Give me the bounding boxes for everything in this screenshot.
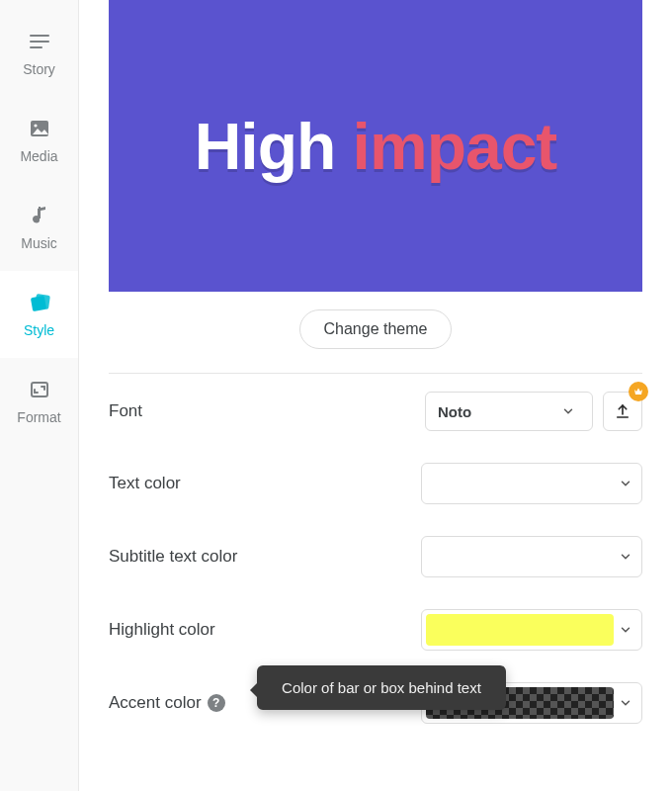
row-font: Font Noto: [109, 392, 642, 431]
sidebar-item-label: Story: [23, 61, 55, 77]
style-options: Font Noto Text color: [109, 392, 642, 724]
row-subtitle-color: Subtitle text color: [109, 536, 642, 577]
text-color-label: Text color: [109, 474, 181, 493]
sidebar-item-label: Media: [20, 148, 57, 164]
premium-badge: [629, 382, 648, 401]
upload-icon: [614, 402, 631, 420]
theme-preview: High impact: [109, 0, 642, 292]
preview-word-primary: High: [195, 110, 353, 183]
color-swatch: [426, 614, 614, 646]
sidebar: Story Media Music Style: [0, 0, 79, 791]
accent-color-label: Accent color ?: [109, 693, 225, 713]
style-icon: [28, 291, 51, 314]
divider: [109, 373, 642, 374]
sidebar-item-format[interactable]: Format: [0, 358, 78, 445]
chevron-down-icon: [614, 550, 637, 564]
color-swatch: [426, 468, 614, 499]
sidebar-item-label: Format: [17, 409, 60, 425]
tooltip: Color of bar or box behind text: [257, 665, 506, 710]
highlight-color-select[interactable]: [421, 609, 642, 651]
format-icon: [28, 378, 51, 401]
accent-color-label-text: Accent color: [109, 693, 202, 713]
sidebar-item-media[interactable]: Media: [0, 97, 78, 184]
sidebar-item-label: Style: [24, 322, 54, 338]
subtitle-color-select[interactable]: [421, 536, 642, 577]
chevron-down-icon: [556, 404, 580, 418]
text-color-select[interactable]: [421, 463, 642, 504]
music-icon: [28, 204, 51, 227]
story-icon: [28, 30, 51, 53]
highlight-color-label: Highlight color: [109, 620, 215, 640]
sidebar-item-style[interactable]: Style: [0, 271, 78, 358]
color-swatch: [426, 541, 614, 572]
font-select[interactable]: Noto: [425, 392, 593, 431]
chevron-down-icon: [614, 623, 637, 637]
media-icon: [28, 117, 51, 140]
row-text-color: Text color: [109, 463, 642, 504]
help-icon[interactable]: ?: [208, 694, 225, 712]
svg-rect-8: [35, 294, 50, 309]
font-label: Font: [109, 401, 142, 421]
preview-word-accent: impact: [353, 110, 557, 183]
preview-text: High impact: [195, 109, 557, 184]
svg-point-4: [34, 124, 37, 127]
sidebar-item-story[interactable]: Story: [0, 10, 78, 97]
subtitle-color-label: Subtitle text color: [109, 547, 237, 567]
change-theme-button[interactable]: Change theme: [299, 309, 453, 349]
sidebar-item-label: Music: [21, 235, 57, 251]
chevron-down-icon: [614, 696, 637, 710]
row-highlight-color: Highlight color: [109, 609, 642, 651]
chevron-down-icon: [614, 477, 637, 490]
sidebar-item-music[interactable]: Music: [0, 184, 78, 271]
font-select-value: Noto: [438, 403, 471, 420]
main-panel: High impact Change theme Font Noto: [79, 0, 672, 791]
svg-rect-6: [39, 207, 41, 219]
